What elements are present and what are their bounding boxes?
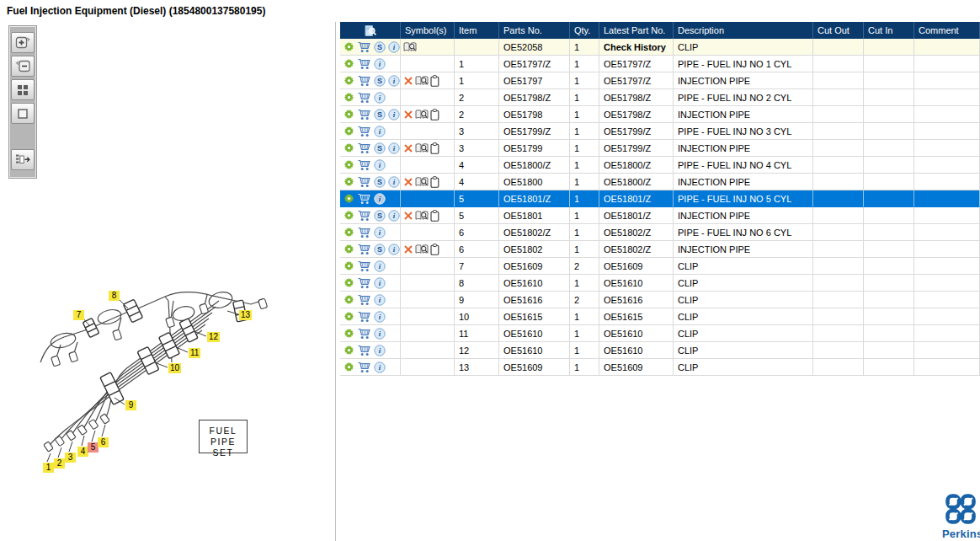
- clipboard-icon[interactable]: [430, 210, 439, 222]
- table-row[interactable]: Si3OE517991OE51799/ZINJECTION PIPE: [340, 140, 980, 157]
- info-icon[interactable]: i: [374, 311, 386, 323]
- clipboard-icon[interactable]: [430, 75, 439, 87]
- info-icon[interactable]: i: [374, 159, 386, 171]
- table-row[interactable]: Si6OE518021OE51802/ZINJECTION PIPE: [340, 241, 980, 258]
- zoom-in-button[interactable]: [11, 32, 35, 53]
- table-row[interactable]: Si1OE517971OE51797/ZINJECTION PIPE: [340, 72, 980, 89]
- gear-icon[interactable]: [344, 126, 354, 137]
- table-row[interactable]: i10OE516151OE51615CLIP: [340, 308, 980, 325]
- diagram-callout-13[interactable]: 13: [239, 310, 252, 320]
- gear-icon[interactable]: [344, 294, 354, 305]
- check-history-link[interactable]: Check History: [599, 39, 674, 56]
- gear-icon[interactable]: [344, 345, 354, 356]
- gear-icon[interactable]: [344, 210, 354, 221]
- table-row[interactable]: i3OE51799/Z1OE51799/ZPIPE - FUEL INJ NO …: [340, 123, 980, 140]
- cart-icon[interactable]: [357, 58, 371, 70]
- info-icon[interactable]: i: [374, 126, 386, 137]
- cart-icon[interactable]: [357, 142, 371, 154]
- clipboard-icon[interactable]: [430, 176, 439, 188]
- info-icon[interactable]: i: [388, 109, 400, 121]
- diagram-callout-7[interactable]: 7: [73, 310, 84, 320]
- x-icon[interactable]: [403, 76, 413, 86]
- cart-icon[interactable]: [357, 294, 371, 306]
- diagram-callout-8[interactable]: 8: [109, 291, 120, 301]
- substitute-icon[interactable]: S: [374, 210, 386, 222]
- gear-icon[interactable]: [344, 58, 354, 69]
- diagram-callout-9[interactable]: 9: [125, 400, 136, 410]
- table-row[interactable]: i5OE51801/Z1OE51801/ZPIPE - FUEL INJ NO …: [340, 190, 980, 207]
- gear-icon[interactable]: [344, 159, 354, 170]
- table-row[interactable]: SiOE520581Check HistoryCLIP: [340, 39, 980, 56]
- actual-size-button[interactable]: [11, 103, 35, 124]
- gear-icon[interactable]: [344, 109, 354, 120]
- diagram-callout-6[interactable]: 6: [98, 437, 109, 447]
- table-row[interactable]: Si5OE518011OE51801/ZINJECTION PIPE: [340, 207, 980, 224]
- substitute-icon[interactable]: S: [374, 109, 386, 121]
- x-icon[interactable]: [403, 211, 413, 221]
- table-row[interactable]: i7OE516092OE51609CLIP: [340, 258, 980, 275]
- x-icon[interactable]: [403, 244, 413, 254]
- book-magnifier-icon[interactable]: [415, 75, 429, 87]
- info-icon[interactable]: i: [388, 142, 400, 154]
- info-icon[interactable]: i: [374, 294, 386, 306]
- cart-icon[interactable]: [357, 362, 371, 373]
- export-list-button[interactable]: [11, 149, 35, 170]
- info-icon[interactable]: i: [388, 210, 400, 222]
- diagram-callout-11[interactable]: 11: [189, 348, 200, 358]
- info-icon[interactable]: i: [374, 193, 386, 205]
- table-row[interactable]: Si4OE518001OE51800/ZINJECTION PIPE: [340, 174, 980, 190]
- table-row[interactable]: i1OE51797/Z1OE51797/ZPIPE - FUEL INJ NO …: [340, 56, 980, 72]
- gear-icon[interactable]: [344, 362, 354, 372]
- info-icon[interactable]: i: [374, 345, 386, 356]
- info-icon[interactable]: i: [374, 58, 386, 70]
- cart-icon[interactable]: [357, 277, 371, 289]
- gear-icon[interactable]: [344, 227, 354, 238]
- zoom-out-button[interactable]: [11, 56, 35, 77]
- cart-icon[interactable]: [357, 176, 371, 188]
- cart-icon[interactable]: [357, 227, 371, 238]
- info-icon[interactable]: i: [388, 75, 400, 87]
- info-icon[interactable]: i: [388, 244, 400, 255]
- cart-icon[interactable]: [357, 41, 371, 53]
- gear-icon[interactable]: [344, 277, 354, 288]
- clipboard-icon[interactable]: [430, 244, 439, 255]
- x-icon[interactable]: [403, 177, 413, 187]
- diagram-callout-12[interactable]: 12: [207, 332, 220, 342]
- book-magnifier-icon[interactable]: [415, 210, 429, 222]
- gear-icon[interactable]: [344, 142, 354, 153]
- gear-icon[interactable]: [344, 193, 354, 204]
- substitute-icon[interactable]: S: [374, 142, 386, 154]
- substitute-icon[interactable]: S: [374, 75, 386, 87]
- cart-icon[interactable]: [357, 311, 371, 323]
- info-icon[interactable]: i: [374, 260, 386, 272]
- book-magnifier-icon[interactable]: [403, 41, 417, 53]
- cart-icon[interactable]: [357, 109, 371, 121]
- clipboard-icon[interactable]: [430, 109, 439, 121]
- cart-icon[interactable]: [357, 260, 371, 272]
- table-row[interactable]: i4OE51800/Z1OE51800/ZPIPE - FUEL INJ NO …: [340, 157, 980, 174]
- gear-icon[interactable]: [344, 311, 354, 322]
- cart-icon[interactable]: [357, 75, 371, 87]
- gear-icon[interactable]: [344, 92, 354, 103]
- table-row[interactable]: i12OE516101OE51610CLIP: [340, 342, 980, 359]
- table-row[interactable]: i9OE516162OE51616CLIP: [340, 292, 980, 308]
- substitute-icon[interactable]: S: [374, 244, 386, 255]
- cart-icon[interactable]: [357, 159, 371, 171]
- cart-icon[interactable]: [357, 328, 371, 340]
- table-row[interactable]: i13OE516091OE51609CLIP: [340, 359, 980, 376]
- info-icon[interactable]: i: [374, 92, 386, 104]
- x-icon[interactable]: [403, 110, 413, 120]
- info-icon[interactable]: i: [374, 277, 386, 289]
- gear-icon[interactable]: [344, 176, 354, 187]
- table-row[interactable]: i6OE51802/Z1OE51802/ZPIPE - FUEL INJ NO …: [340, 224, 980, 241]
- cart-icon[interactable]: [357, 244, 371, 255]
- info-icon[interactable]: i: [374, 328, 386, 340]
- clipboard-icon[interactable]: [430, 142, 439, 154]
- cart-icon[interactable]: [357, 345, 371, 356]
- diagram-callout-1[interactable]: 1: [43, 463, 54, 473]
- cart-icon[interactable]: [357, 92, 371, 104]
- book-magnifier-icon[interactable]: [415, 142, 429, 154]
- cart-icon[interactable]: [357, 193, 371, 205]
- info-icon[interactable]: i: [374, 227, 386, 238]
- table-row[interactable]: i11OE516101OE51610CLIP: [340, 325, 980, 342]
